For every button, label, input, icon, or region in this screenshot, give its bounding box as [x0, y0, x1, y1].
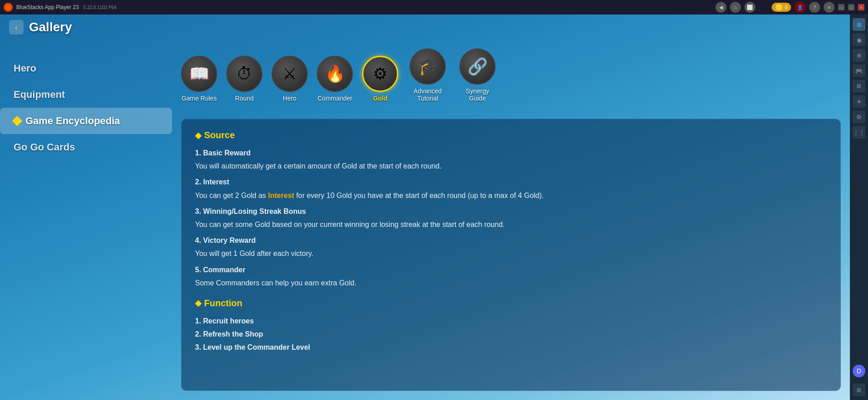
cat-commander-icon: 🔥	[317, 56, 353, 92]
item-basic-reward-desc: You will automatically get a certain amo…	[195, 160, 827, 172]
source-section: ◆ Source 1. Basic Reward You will automa…	[195, 130, 827, 289]
nav-home-icon[interactable]: ⌂	[730, 2, 741, 13]
item-victory-desc: You will get 1 Gold after each victory.	[195, 247, 827, 260]
cat-round-icon: ⏱	[226, 56, 262, 92]
page-title: Gallery	[29, 20, 72, 34]
discord-icon[interactable]: D	[853, 365, 865, 377]
cat-game-rules-label: Game Rules	[181, 95, 217, 102]
item-level-up: 3. Level up the Commander Level	[195, 341, 827, 353]
app-logo	[4, 3, 13, 12]
sidebar-item-hero[interactable]: Hero	[0, 55, 172, 82]
cat-advanced-tutorial-label: Advanced Tutorial	[407, 87, 448, 102]
cat-synergy-guide-icon: 🔗	[459, 48, 496, 85]
cat-synergy-guide-label: Synergy Guide	[457, 87, 498, 102]
nav-save-icon[interactable]: ⬜	[744, 2, 755, 13]
window-controls: ◀ ⌂ ⬜ 🟡 0 👤 ? ≡ — □ ✕	[715, 2, 864, 13]
menu-icon[interactable]: ≡	[824, 2, 835, 13]
source-diamond-icon: ◆	[195, 130, 201, 140]
sidebar-item-game-encyclopedia[interactable]: Game Encyclopedia	[0, 108, 172, 134]
cat-hero-label: Hero	[283, 95, 296, 102]
sidebar-icon-2[interactable]: ◉	[853, 34, 865, 46]
item-refresh-shop: 2. Refresh the Shop	[195, 328, 827, 340]
cat-gold-label: Gold	[373, 95, 387, 102]
item-streak-label: 3. Winning/Losing Streak Bonus	[195, 205, 827, 217]
sidebar-icon-7[interactable]: ⚙	[853, 111, 865, 123]
cat-game-rules[interactable]: 📖 Game Rules	[181, 56, 217, 102]
cat-commander[interactable]: 🔥 Commander	[317, 56, 353, 102]
sidebar-icon-1[interactable]: ⊞	[853, 18, 865, 31]
coin-badge: 🟡 0	[772, 3, 791, 12]
item-commander-label: 5. Commander	[195, 264, 827, 276]
close-button[interactable]: ✕	[858, 4, 864, 10]
restore-button[interactable]: □	[848, 4, 854, 10]
cat-synergy-guide[interactable]: 🔗 Synergy Guide	[457, 48, 498, 102]
app-name: BlueStacks App Player 23	[16, 4, 79, 10]
sidebar-icon-3[interactable]: ⊕	[853, 49, 865, 62]
right-sidebar: ⊞ ◉ ⊕ 🎮 ⚙ ✈ ⚙ ⋮⋮ D ⚙	[850, 14, 868, 400]
help-icon[interactable]: ?	[809, 2, 820, 13]
profile-icon[interactable]: 👤	[795, 2, 806, 13]
item-streak-desc: You can get some Gold based on your curr…	[195, 218, 827, 231]
item-interest-desc: You can get 2 Gold as Interest for every…	[195, 189, 827, 202]
function-title-text: Function	[204, 298, 242, 308]
sidebar-item-go-go-cards[interactable]: Go Go Cards	[0, 134, 172, 160]
sidebar-settings-icon[interactable]: ⚙	[853, 384, 865, 396]
app-area: ‹ Gallery Hero Equipment Game Encycloped…	[0, 14, 850, 400]
interest-text-after: for every 10 Gold you have at the start …	[294, 192, 544, 199]
cat-round-label: Round	[235, 95, 253, 102]
cat-game-rules-icon: 📖	[181, 56, 217, 92]
app-version: 5.22.0.1102 P64	[83, 5, 116, 10]
source-title: ◆ Source	[195, 130, 827, 140]
function-diamond-icon: ◆	[195, 298, 201, 308]
item-basic-reward-label: 1. Basic Reward	[195, 147, 827, 159]
minimize-button[interactable]: —	[838, 4, 844, 10]
function-section: ◆ Function 1. Recruit heroes 2. Refresh …	[195, 298, 827, 354]
cat-gold[interactable]: ⚙ Gold	[362, 56, 398, 102]
sidebar-icon-5[interactable]: ⚙	[853, 80, 865, 92]
cat-advanced-tutorial-icon: 🎓	[410, 48, 446, 85]
item-victory-label: 4. Victory Reward	[195, 234, 827, 246]
item-recruit-heroes: 1. Recruit heroes	[195, 315, 827, 327]
cat-hero-icon: ⚔	[272, 56, 308, 92]
cat-commander-label: Commander	[317, 95, 352, 102]
sidebar-icon-4[interactable]: 🎮	[853, 64, 865, 77]
sidebar-icon-8[interactable]: ⋮⋮	[853, 126, 865, 139]
interest-text-before: You can get 2 Gold as	[195, 192, 268, 199]
active-indicator	[12, 116, 23, 126]
category-icons: 📖 Game Rules ⏱ Round ⚔ Hero 🔥 Commander …	[181, 48, 841, 106]
item-interest-label: 2. Interest	[195, 176, 827, 188]
function-title: ◆ Function	[195, 298, 827, 308]
cat-gold-icon: ⚙	[362, 56, 398, 92]
back-button[interactable]: ‹	[9, 20, 24, 34]
cat-hero[interactable]: ⚔ Hero	[272, 56, 308, 102]
item-commander-desc: Some Commanders can help you earn extra …	[195, 277, 827, 289]
sidebar-icon-6[interactable]: ✈	[853, 95, 865, 108]
cat-advanced-tutorial[interactable]: 🎓 Advanced Tutorial	[407, 48, 448, 102]
gallery-header: ‹ Gallery	[9, 20, 72, 34]
cat-round[interactable]: ⏱ Round	[226, 56, 262, 102]
title-bar: BlueStacks App Player 23 5.22.0.1102 P64…	[0, 0, 868, 14]
left-sidebar: Hero Equipment Game Encyclopedia Go Go C…	[0, 46, 172, 400]
source-title-text: Source	[204, 130, 235, 140]
nav-back-icon[interactable]: ◀	[715, 2, 726, 13]
main-content: ◆ Source 1. Basic Reward You will automa…	[181, 119, 841, 391]
interest-highlight: Interest	[268, 192, 294, 199]
sidebar-item-equipment[interactable]: Equipment	[0, 82, 172, 108]
